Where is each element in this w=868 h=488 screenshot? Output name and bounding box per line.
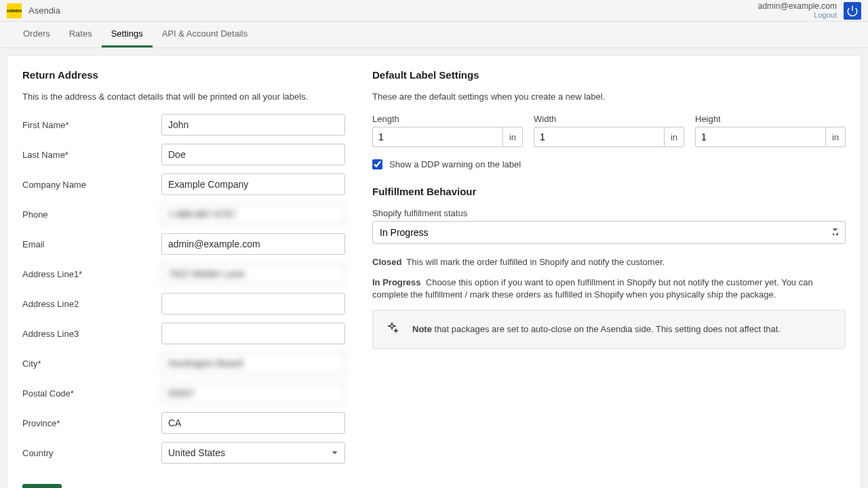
- ddp-warning-checkbox[interactable]: [372, 159, 382, 169]
- tab-api-account[interactable]: API & Account Details: [153, 22, 257, 47]
- note-text: Note that packages are set to auto-close…: [412, 324, 781, 334]
- width-unit: in: [664, 127, 684, 147]
- length-label: Length: [372, 114, 523, 124]
- fulfillment-title: Fulfillment Behaviour: [372, 186, 846, 197]
- power-icon: [846, 5, 859, 17]
- first-name-label: First Name*: [22, 120, 161, 130]
- label-settings-title: Default Label Settings: [372, 69, 846, 81]
- email-label: Email: [22, 239, 161, 249]
- width-label: Width: [534, 114, 684, 124]
- tab-orders[interactable]: Orders: [14, 22, 60, 47]
- height-label: Height: [695, 114, 846, 124]
- last-name-input[interactable]: [161, 144, 345, 165]
- country-select[interactable]: United States: [161, 442, 345, 464]
- app-header: ASENDIA Asendia admin@example.com Logout: [0, 0, 868, 22]
- height-unit: in: [825, 127, 846, 147]
- country-label: Country: [22, 448, 161, 458]
- address2-input[interactable]: [161, 293, 345, 314]
- address1-input[interactable]: [161, 263, 345, 285]
- ddp-warning-label: Show a DDP warning on the label: [389, 159, 521, 169]
- brand-logo: ASENDIA: [7, 3, 22, 18]
- phone-label: Phone: [22, 209, 161, 220]
- address3-input[interactable]: [161, 323, 345, 344]
- closed-help: Closed This will mark the order fulfille…: [372, 256, 846, 268]
- return-address-title: Return Address: [22, 69, 345, 81]
- user-email: admin@example.com: [758, 1, 837, 11]
- logout-link[interactable]: Logout: [758, 11, 837, 20]
- tab-settings[interactable]: Settings: [102, 22, 153, 47]
- email-input[interactable]: [161, 233, 345, 255]
- tab-rates[interactable]: Rates: [60, 22, 102, 47]
- phone-input[interactable]: [161, 203, 345, 225]
- label-settings-desc: These are the default settings when you …: [372, 92, 846, 102]
- company-input[interactable]: [161, 174, 345, 195]
- address1-label: Address Line1*: [22, 269, 161, 279]
- fulfill-status-select[interactable]: In Progress: [372, 221, 846, 244]
- company-label: Company Name: [22, 180, 161, 190]
- city-input[interactable]: [161, 352, 345, 374]
- avatar[interactable]: [844, 2, 861, 20]
- address2-label: Address Line2: [22, 299, 161, 309]
- brand-name: Asendia: [28, 5, 60, 16]
- return-address-desc: This is the address & contact details th…: [22, 92, 345, 102]
- postal-input[interactable]: [161, 382, 345, 404]
- length-input[interactable]: [372, 127, 502, 147]
- address3-label: Address Line3: [22, 329, 161, 339]
- first-name-input[interactable]: [161, 114, 345, 136]
- save-button[interactable]: Save: [22, 484, 62, 488]
- width-input[interactable]: [534, 127, 664, 147]
- height-input[interactable]: [695, 127, 825, 147]
- label-settings-section: Default Label Settings These are the def…: [372, 69, 846, 488]
- note-box: Note that packages are set to auto-close…: [372, 310, 846, 349]
- province-label: Province*: [22, 418, 161, 428]
- province-input[interactable]: [161, 412, 345, 434]
- fulfill-status-label: Shopify fulfillment status: [372, 208, 846, 218]
- tab-bar: Orders Rates Settings API & Account Deta…: [0, 22, 868, 48]
- last-name-label: Last Name*: [22, 150, 161, 160]
- inprogress-help: In Progress Choose this option if you wa…: [372, 277, 846, 301]
- settings-content: Return Address This is the address & con…: [7, 55, 861, 488]
- city-label: City*: [22, 359, 161, 369]
- length-unit: in: [502, 127, 523, 147]
- return-address-section: Return Address This is the address & con…: [22, 69, 345, 488]
- postal-label: Postal Code*: [22, 388, 161, 399]
- sparkle-icon: [385, 321, 399, 338]
